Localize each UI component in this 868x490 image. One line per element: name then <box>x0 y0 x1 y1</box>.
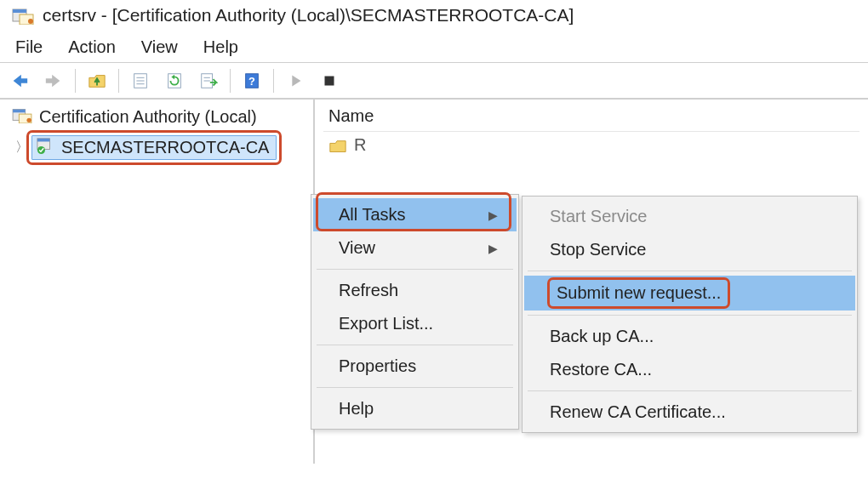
toolbar-separator <box>273 69 274 93</box>
menu-item-label: Properties <box>339 356 416 376</box>
menu-item-label: Submit new request... <box>557 283 721 302</box>
tree-root-label: Certification Authority (Local) <box>39 107 257 127</box>
tree-node-ca-label: SECMASTERROOTCA-CA <box>61 138 269 157</box>
submenu-highlight-submit: Submit new request... <box>550 280 728 306</box>
refresh-button[interactable] <box>160 67 189 94</box>
tree-child-row: 〉 SECMASTERROOTCA-CA <box>3 133 310 162</box>
submenu-item-back-up-ca[interactable]: Back up CA... <box>524 320 855 353</box>
toolbar-separator <box>75 69 76 93</box>
submenu-item-renew-ca-cert[interactable]: Renew CA Certificate... <box>524 396 855 429</box>
menu-item-properties[interactable]: Properties <box>313 350 517 383</box>
menu-item-view[interactable]: View ▶ <box>313 231 517 265</box>
svg-point-18 <box>26 118 31 122</box>
properties-button[interactable] <box>126 67 155 94</box>
menu-view[interactable]: View <box>141 37 178 57</box>
svg-rect-14 <box>325 76 334 85</box>
window-title: certsrv - [Certification Authority (Loca… <box>43 5 574 26</box>
menu-item-label: Renew CA Certificate... <box>550 402 726 422</box>
menubar: File Action View Help <box>0 29 868 62</box>
menu-file[interactable]: File <box>15 37 43 57</box>
menu-separator <box>528 315 852 316</box>
context-menu: All Tasks ▶ View ▶ Refresh Export List..… <box>311 194 519 430</box>
context-submenu-all-tasks: Start Service Stop Service Submit new re… <box>522 196 858 433</box>
menu-item-label: Start Service <box>550 207 647 226</box>
svg-rect-16 <box>13 110 26 113</box>
menu-item-label: Stop Service <box>550 240 646 259</box>
ca-node-icon <box>36 137 54 158</box>
menu-help[interactable]: Help <box>203 37 238 57</box>
submenu-item-submit-new-request[interactable]: Submit new request... <box>524 276 855 311</box>
menu-item-help[interactable]: Help <box>313 392 517 425</box>
menu-separator <box>317 387 513 388</box>
menu-item-label: Refresh <box>339 281 398 300</box>
menu-highlight-all-tasks <box>318 195 509 229</box>
menu-separator <box>528 271 852 271</box>
stop-button[interactable] <box>315 67 344 94</box>
expand-arrow-icon[interactable]: 〉 <box>15 139 27 157</box>
toolbar-separator <box>118 69 119 93</box>
menu-item-label: Restore CA... <box>550 360 652 379</box>
play-button[interactable] <box>281 67 310 94</box>
folder-icon <box>328 138 347 153</box>
menu-item-label: View <box>339 238 375 258</box>
up-folder-button[interactable] <box>83 67 111 94</box>
tree-node-ca[interactable]: SECMASTERROOTCA-CA <box>31 135 277 160</box>
menu-item-export-list[interactable]: Export List... <box>313 307 517 340</box>
submenu-item-stop-service[interactable]: Stop Service <box>524 233 855 266</box>
menu-item-label: Export List... <box>339 314 433 333</box>
list-item[interactable]: R <box>323 132 859 158</box>
chevron-right-icon: ▶ <box>488 242 498 255</box>
menu-item-label: Help <box>339 399 374 419</box>
menu-separator <box>317 345 513 345</box>
forward-button[interactable] <box>39 67 68 94</box>
menu-separator <box>528 390 852 391</box>
list-item-label: R <box>354 135 366 155</box>
column-header-name[interactable]: Name <box>323 105 859 132</box>
toolbar-separator <box>230 69 231 93</box>
menu-item-label: Back up CA... <box>550 327 654 346</box>
svg-text:?: ? <box>248 74 255 87</box>
tree-pane: Certification Authority (Local) 〉 SECMAS… <box>0 100 315 464</box>
ca-root-icon <box>12 106 32 128</box>
menu-separator <box>317 269 513 270</box>
export-list-button[interactable] <box>194 67 223 94</box>
svg-rect-20 <box>37 139 50 142</box>
submenu-item-start-service: Start Service <box>524 200 855 233</box>
svg-point-3 <box>28 19 33 24</box>
svg-rect-1 <box>13 9 26 13</box>
toolbar: ? <box>0 62 868 100</box>
svg-point-21 <box>37 146 45 154</box>
certsrv-app-icon <box>12 6 34 25</box>
window-titlebar: certsrv - [Certification Authority (Loca… <box>0 0 868 29</box>
menu-item-refresh[interactable]: Refresh <box>313 274 517 307</box>
tree-root[interactable]: Certification Authority (Local) <box>3 105 310 131</box>
help-button[interactable]: ? <box>237 67 266 94</box>
back-button[interactable] <box>5 67 34 94</box>
submenu-item-restore-ca[interactable]: Restore CA... <box>524 353 855 386</box>
tree-child-highlight: SECMASTERROOTCA-CA <box>29 133 279 162</box>
menu-action[interactable]: Action <box>68 37 116 57</box>
